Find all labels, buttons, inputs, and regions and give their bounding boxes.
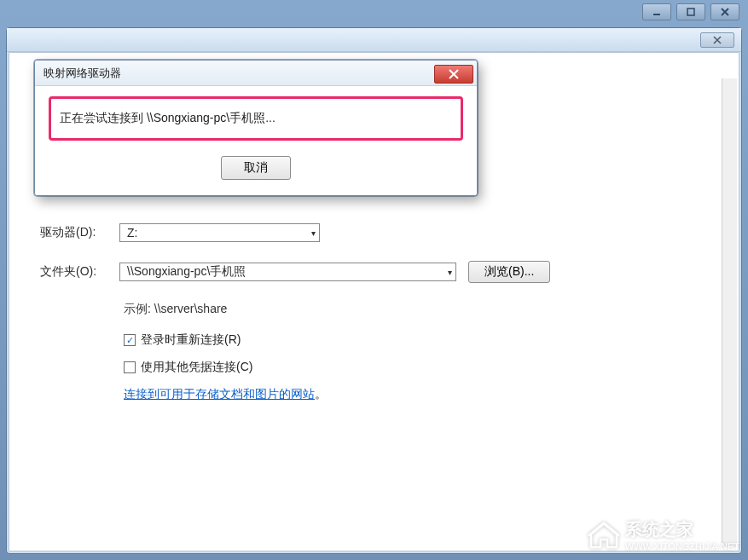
drive-row: 驱动器(D): Z: ▾ [35, 223, 713, 242]
inner-close-button[interactable] [700, 32, 734, 48]
browse-button[interactable]: 浏览(B)... [468, 261, 550, 283]
status-highlight-box: 正在尝试连接到 \\Songxiang-pc\手机照... [49, 96, 463, 141]
watermark-text: 系统之家 [625, 520, 693, 539]
progress-dialog-titlebar: 映射网络驱动器 [35, 61, 477, 86]
other-creds-checkbox[interactable] [124, 361, 136, 373]
other-creds-checkbox-line[interactable]: 使用其他凭据连接(C) [124, 360, 713, 375]
reconnect-label: 登录时重新连接(R) [141, 332, 241, 348]
reconnect-checkbox-line[interactable]: ✓ 登录时重新连接(R) [124, 332, 713, 348]
outer-titlebar [642, 0, 748, 26]
chevron-down-icon: ▾ [311, 228, 316, 238]
maximize-button[interactable] [676, 3, 705, 20]
scrollbar[interactable] [722, 78, 737, 547]
progress-dialog-body: 正在尝试连接到 \\Songxiang-pc\手机照... 取消 [35, 86, 477, 195]
drive-label: 驱动器(D): [35, 225, 107, 240]
cancel-button[interactable]: 取消 [221, 156, 291, 180]
indent-block: 示例: \\server\share ✓ 登录时重新连接(R) 使用其他凭据连接… [124, 302, 713, 402]
folder-row: 文件夹(O): \\Songxiang-pc\手机照 ▾ 浏览(B)... [35, 261, 713, 283]
progress-dialog-title: 映射网络驱动器 [43, 66, 121, 81]
link-suffix: 。 [315, 387, 327, 401]
folder-label: 文件夹(O): [35, 264, 107, 280]
folder-value: \\Songxiang-pc\手机照 [127, 264, 246, 280]
minimize-button[interactable] [642, 3, 671, 20]
progress-dialog: 映射网络驱动器 正在尝试连接到 \\Songxiang-pc\手机照... 取消 [34, 60, 478, 196]
other-creds-label: 使用其他凭据连接(C) [141, 360, 252, 375]
progress-dialog-buttons: 取消 [49, 156, 463, 180]
close-button[interactable] [710, 3, 739, 20]
chevron-down-icon: ▾ [448, 268, 452, 277]
reconnect-checkbox[interactable]: ✓ [124, 334, 136, 346]
watermark-url: WWW.XITONGZHIJIA.NET [625, 541, 739, 551]
progress-dialog-close-button[interactable] [434, 65, 473, 84]
watermark: 系统之家 WWW.XITONGZHIJIA.NET [588, 518, 739, 551]
svg-rect-1 [687, 9, 694, 15]
example-text: 示例: \\server\share [124, 302, 713, 317]
status-text: 正在尝试连接到 \\Songxiang-pc\手机照... [60, 111, 275, 124]
house-icon [588, 521, 620, 550]
link-line: 连接到可用于存储文档和图片的网站。 [124, 387, 713, 402]
form-area: 驱动器(D): Z: ▾ 文件夹(O): \\Songxiang-pc\手机照 … [35, 223, 713, 402]
folder-dropdown[interactable]: \\Songxiang-pc\手机照 ▾ [119, 263, 456, 281]
storage-link[interactable]: 连接到可用于存储文档和图片的网站 [124, 387, 315, 401]
drive-value: Z: [127, 226, 137, 240]
drive-dropdown[interactable]: Z: ▾ [119, 223, 320, 242]
inner-titlebar [7, 28, 741, 52]
svg-rect-0 [653, 14, 660, 15]
